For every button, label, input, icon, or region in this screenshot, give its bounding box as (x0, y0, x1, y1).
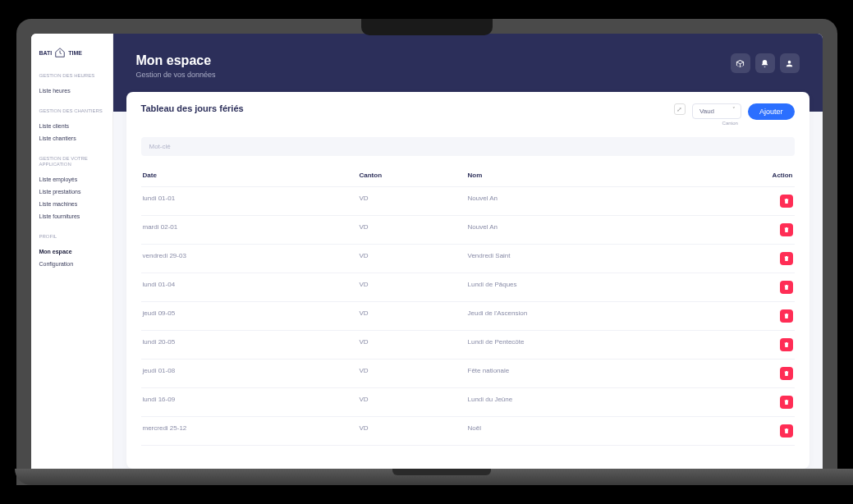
user-icon (785, 59, 794, 68)
sidebar-item-supplies[interactable]: Liste fournitures (39, 210, 104, 222)
cell-date: jeudi 09-05 (143, 309, 360, 323)
cell-nom: Nouvel An (468, 223, 739, 236)
holidays-table: Date Canton Nom Action lundi 01-01 VD No… (141, 164, 795, 469)
table-row: jeudi 09-05 VD Jeudi de l'Ascension (141, 302, 795, 331)
cell-nom: Fête nationale (468, 367, 739, 380)
cell-canton: VD (360, 338, 468, 351)
cell-date: lundi 01-01 (143, 195, 360, 208)
table-header-row: Date Canton Nom Action (141, 164, 795, 187)
cell-date: mardi 02-01 (143, 223, 360, 236)
cell-canton: VD (360, 252, 468, 265)
sidebar-item-machines[interactable]: Liste machines (39, 198, 104, 210)
trash-icon (783, 227, 790, 233)
cell-date: lundi 20-05 (143, 338, 360, 351)
add-button[interactable]: Ajouter (748, 103, 795, 120)
cell-nom: Lundi du Jeûne (468, 396, 739, 409)
trash-icon (783, 255, 790, 262)
delete-button[interactable] (780, 309, 793, 323)
delete-button[interactable] (780, 281, 793, 294)
canton-select-label: Canton (692, 121, 741, 126)
trash-icon (783, 198, 790, 204)
trash-icon (783, 284, 790, 291)
delete-button[interactable] (780, 195, 793, 208)
logo-text-2: TIME (68, 50, 82, 56)
cell-nom: Nouvel An (468, 195, 739, 208)
cell-nom: Lundi de Pentecôte (468, 338, 739, 351)
sidebar-item-sites[interactable]: Liste chantiers (39, 132, 104, 144)
delete-button[interactable] (780, 424, 793, 438)
page-title: Mon espace (136, 53, 216, 68)
cell-date: vendredi 29-03 (143, 252, 360, 265)
clock-house-icon (54, 47, 66, 58)
page-subtitle: Gestion de vos données (136, 71, 216, 79)
cell-canton: VD (360, 195, 468, 208)
cell-date: mercredi 25-12 (143, 424, 360, 438)
trash-icon (783, 428, 790, 434)
col-header-nom: Nom (468, 172, 739, 179)
delete-button[interactable] (780, 396, 793, 409)
table-row: lundi 01-01 VD Nouvel An (141, 187, 795, 216)
bell-icon (760, 59, 769, 68)
table-row: lundi 16-09 VD Lundi du Jeûne (141, 388, 795, 417)
cube-icon-button[interactable] (731, 53, 750, 73)
cell-date: lundi 01-04 (143, 281, 360, 294)
trash-icon (783, 313, 790, 319)
sidebar-item-my-space[interactable]: Mon espace (39, 245, 104, 258)
table-row: lundi 01-04 VD Lundi de Pâques (141, 273, 795, 302)
table-row: lundi 20-05 VD Lundi de Pentecôte (141, 331, 795, 360)
nav-section-hours: GESTION DES HEURES (39, 73, 104, 80)
table-row: vendredi 29-03 VD Vendredi Saint (141, 245, 795, 273)
cell-canton: VD (360, 223, 468, 236)
sidebar: BATI TIME GESTION DES HEURES Liste heure… (31, 34, 113, 469)
delete-button[interactable] (780, 367, 793, 380)
sidebar-item-employees[interactable]: Liste employés (39, 173, 104, 186)
nav-section-app: GESTION DE VOTRE APPLICATION (39, 156, 104, 169)
col-header-canton: Canton (360, 172, 468, 179)
nav-section-profile: PROFIL (39, 234, 104, 241)
sidebar-item-services[interactable]: Liste prestations (39, 186, 104, 198)
cell-nom: Noël (468, 424, 739, 438)
cell-canton: VD (360, 281, 468, 294)
cell-canton: VD (360, 309, 468, 323)
card-title: Tableau des jours fériés (141, 103, 244, 113)
logo: BATI TIME (39, 47, 104, 58)
cell-canton: VD (360, 424, 468, 438)
cell-nom: Lundi de Pâques (468, 281, 739, 294)
sidebar-item-config[interactable]: Configuration (39, 258, 104, 270)
cell-date: jeudi 01-08 (143, 367, 360, 380)
sidebar-item-clients[interactable]: Liste clients (39, 120, 104, 132)
sidebar-item-hours-list[interactable]: Liste heures (39, 85, 104, 97)
delete-button[interactable] (780, 338, 793, 351)
delete-button[interactable] (780, 223, 793, 236)
col-header-date: Date (143, 172, 360, 179)
trash-icon (783, 399, 790, 405)
cell-nom: Vendredi Saint (468, 252, 739, 265)
delete-button[interactable] (780, 252, 793, 265)
col-header-action: Action (739, 172, 793, 179)
search-input[interactable] (141, 137, 795, 156)
cell-canton: VD (360, 396, 468, 409)
expand-button[interactable]: ⤢ (674, 103, 686, 115)
cube-icon (736, 59, 745, 68)
logo-text-1: BATI (39, 50, 53, 56)
canton-select[interactable]: Vaud (692, 103, 741, 119)
notifications-button[interactable] (755, 53, 775, 73)
cell-date: lundi 16-09 (143, 396, 360, 409)
table-row: mardi 02-01 VD Nouvel An (141, 216, 795, 245)
table-row: mercredi 25-12 VD Noël (141, 417, 795, 446)
holidays-card: Tableau des jours fériés ⤢ Vaud Canton A… (126, 92, 809, 469)
nav-section-sites: GESTION DES CHANTIERS (39, 108, 104, 115)
user-button[interactable] (780, 53, 800, 73)
cell-canton: VD (360, 367, 468, 380)
cell-nom: Jeudi de l'Ascension (468, 309, 739, 323)
trash-icon (783, 341, 790, 348)
table-row: jeudi 01-08 VD Fête nationale (141, 360, 795, 388)
trash-icon (783, 370, 790, 377)
